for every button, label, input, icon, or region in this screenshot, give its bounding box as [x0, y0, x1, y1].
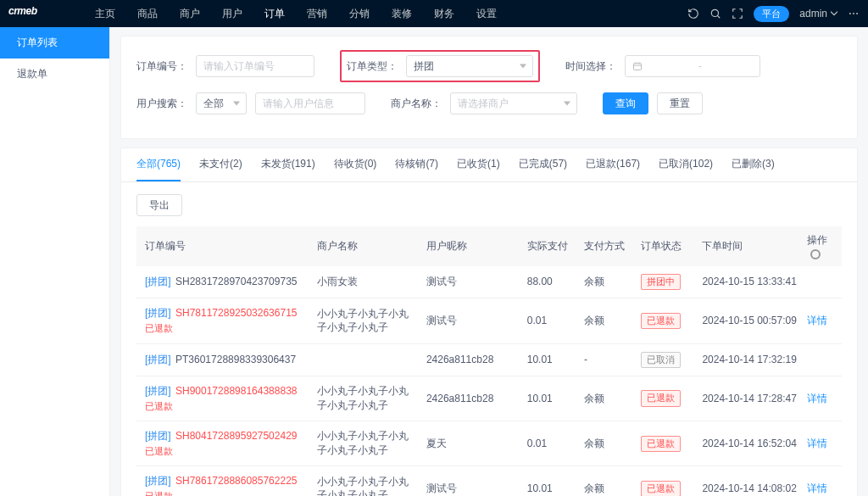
- merchant-select[interactable]: 请选择商户: [450, 92, 577, 114]
- top-menu-item-8[interactable]: 财务: [424, 0, 465, 27]
- status-badge: 已退款: [641, 436, 681, 452]
- refresh-icon[interactable]: [687, 8, 699, 20]
- table-row: [拼团] PT36017288983393064372426a811cb2810…: [136, 343, 842, 376]
- user-search-label: 用户搜索：: [136, 97, 187, 111]
- cell-pay: 0.01: [522, 298, 579, 343]
- th-2: 用户昵称: [421, 226, 522, 266]
- status-badge: 已退款: [641, 481, 681, 496]
- order-no-input[interactable]: 请输入订单编号: [196, 55, 314, 77]
- search-button[interactable]: 查询: [603, 92, 648, 114]
- cell-merchant: 小小丸子小丸子小丸子小丸子小丸子: [312, 421, 421, 466]
- admin-dropdown[interactable]: admin: [799, 8, 837, 20]
- cell-nick: 2426a811cb28: [421, 376, 522, 421]
- order-type-highlight: 订单类型： 拼团: [340, 50, 540, 82]
- refund-sub-label: 已退款: [145, 322, 307, 335]
- refund-sub-label: 已退款: [145, 400, 307, 413]
- filter-user-search: 用户搜索： 全部 请输入用户信息: [136, 92, 365, 114]
- detail-link[interactable]: 详情: [807, 393, 827, 404]
- th-3: 实际支付: [522, 226, 579, 266]
- tab-8[interactable]: 已取消(102): [659, 148, 713, 181]
- order-type-label: 订单类型：: [347, 59, 398, 74]
- tab-6[interactable]: 已完成(57): [519, 148, 567, 181]
- filter-panel: 订单编号： 请输入订单编号 订单类型： 拼团 时间选择： -: [120, 36, 858, 139]
- cell-merchant: 小雨女装: [312, 266, 421, 298]
- top-menu-item-7[interactable]: 装修: [381, 0, 422, 27]
- cell-pay: 10.01: [522, 376, 579, 421]
- cell-merchant: 小小丸子小丸子小丸子小丸子小丸子: [312, 466, 421, 496]
- cell-time: 2024-10-14 17:28:47: [697, 376, 802, 421]
- tab-4[interactable]: 待核销(7): [395, 148, 438, 181]
- sidebar-item-0[interactable]: 订单列表: [0, 27, 109, 59]
- reset-button[interactable]: 重置: [657, 92, 703, 114]
- cell-status: 拼团中: [636, 266, 697, 298]
- more-icon[interactable]: [848, 8, 860, 20]
- cell-ops: [802, 343, 842, 376]
- top-menu-item-5[interactable]: 营销: [297, 0, 337, 27]
- status-badge: 已取消: [641, 352, 681, 368]
- svg-point-3: [856, 13, 858, 14]
- tab-9[interactable]: 已删除(3): [732, 148, 775, 181]
- tab-5[interactable]: 已收货(1): [457, 148, 500, 181]
- fullscreen-icon[interactable]: [732, 8, 743, 20]
- svg-point-2: [853, 13, 854, 14]
- cell-time: 2024-10-14 16:52:04: [697, 421, 802, 466]
- cell-nick: 测试号: [421, 298, 522, 343]
- cell-method: -: [579, 343, 636, 376]
- cell-pay: 0.01: [522, 421, 579, 466]
- tab-3[interactable]: 待收货(0): [334, 148, 377, 181]
- cell-time: 2024-10-15 00:57:09: [697, 298, 802, 343]
- top-menu-item-2[interactable]: 商户: [170, 0, 210, 27]
- cell-nick: 测试号: [421, 266, 522, 298]
- cell-ops: 详情: [802, 466, 842, 496]
- cell-nick: 测试号: [421, 466, 522, 496]
- cell-status: 已退款: [636, 298, 697, 343]
- table-row: [拼团] SH2831728970423709735小雨女装测试号88.00余额…: [136, 266, 842, 298]
- tabs: 全部(765)未支付(2)未发货(191)待收货(0)待核销(7)已收货(1)已…: [121, 148, 857, 182]
- sidebar-item-1[interactable]: 退款单: [0, 59, 109, 90]
- top-menu-item-6[interactable]: 分销: [339, 0, 380, 27]
- order-no: SH7861728886085762225: [173, 475, 298, 487]
- cell-nick: 2426a811cb28: [421, 343, 522, 376]
- svg-point-1: [849, 13, 851, 14]
- tab-0[interactable]: 全部(765): [136, 148, 181, 181]
- time-label: 时间选择：: [565, 59, 616, 74]
- top-menu-item-3[interactable]: 用户: [212, 0, 253, 27]
- cell-method: 余额: [579, 266, 636, 298]
- date-sep: -: [698, 60, 702, 72]
- tab-7[interactable]: 已退款(167): [586, 148, 640, 181]
- top-menu-item-4[interactable]: 订单: [254, 0, 295, 27]
- detail-link[interactable]: 详情: [807, 315, 827, 326]
- calendar-icon: [632, 61, 643, 71]
- tab-2[interactable]: 未发货(191): [261, 148, 315, 181]
- cell-ops: 详情: [802, 376, 842, 421]
- svg-rect-4: [634, 64, 642, 70]
- order-no: SH8041728895927502429: [173, 430, 298, 442]
- order-type-select[interactable]: 拼团: [406, 55, 533, 77]
- column-settings-icon[interactable]: [810, 249, 821, 259]
- group-tag: [拼团]: [145, 354, 171, 365]
- order-no: SH7811728925032636715: [173, 307, 298, 319]
- order-no: PT3601728898339306437: [173, 354, 296, 365]
- top-menu-item-9[interactable]: 设置: [466, 0, 507, 27]
- table-row: [拼团] SH7811728925032636715已退款小小丸子小丸子小丸子小…: [136, 298, 842, 343]
- search-icon[interactable]: [709, 8, 721, 20]
- user-search-type-select[interactable]: 全部: [196, 92, 247, 114]
- th-0: 订单编号: [136, 226, 312, 266]
- top-menu-item-0[interactable]: 主页: [85, 0, 125, 27]
- tab-1[interactable]: 未支付(2): [199, 148, 242, 181]
- platform-badge[interactable]: 平台: [754, 6, 789, 22]
- detail-link[interactable]: 详情: [807, 482, 827, 494]
- top-nav: crmeb 主页商品商户用户订单营销分销装修财务设置 平台 admin: [0, 0, 868, 27]
- cell-pay: 10.01: [522, 466, 579, 496]
- cell-time: 2024-10-14 17:32:19: [697, 343, 802, 376]
- user-search-input[interactable]: 请输入用户信息: [255, 92, 365, 114]
- cell-method: 余额: [579, 376, 636, 421]
- cell-ops: 详情: [802, 421, 842, 466]
- chevron-down-icon: [831, 10, 837, 17]
- detail-link[interactable]: 详情: [807, 437, 827, 449]
- th-6: 下单时间: [697, 226, 802, 266]
- top-menu-item-1[interactable]: 商品: [127, 0, 168, 27]
- date-range-input[interactable]: -: [625, 55, 760, 77]
- admin-name: admin: [799, 8, 827, 20]
- export-button[interactable]: 导出: [136, 194, 182, 216]
